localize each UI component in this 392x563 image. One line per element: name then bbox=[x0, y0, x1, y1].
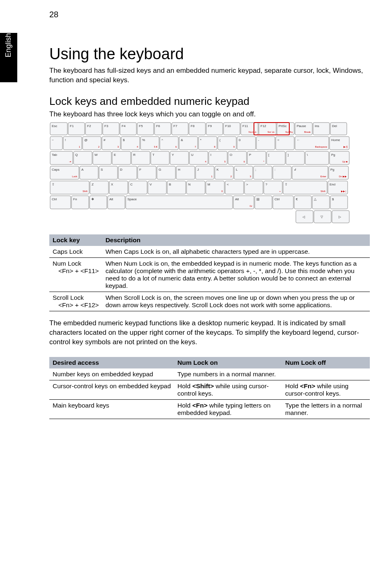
svg-rect-108 bbox=[286, 151, 304, 164]
svg-text:Del: Del bbox=[332, 124, 337, 128]
svg-text:▽: ▽ bbox=[321, 215, 323, 219]
access-th-1: Num Lock on bbox=[174, 357, 282, 368]
svg-text:Gr: Gr bbox=[249, 205, 252, 207]
svg-text:O: O bbox=[230, 153, 232, 157]
access-col-2: Type the letters in a normal manner. bbox=[282, 399, 370, 419]
svg-text:=: = bbox=[277, 138, 279, 142]
svg-rect-139 bbox=[254, 166, 272, 179]
svg-text:#: # bbox=[104, 138, 106, 142]
svg-text:Pause: Pause bbox=[297, 124, 306, 128]
lock-desc-cell: When Num Lock is on, the embedded keypad… bbox=[102, 257, 370, 292]
svg-text:Fn: Fn bbox=[73, 197, 77, 201]
svg-text:^: ^ bbox=[161, 138, 163, 142]
svg-text:X: X bbox=[111, 183, 113, 186]
svg-text:F7: F7 bbox=[173, 124, 178, 128]
svg-text:(: ( bbox=[219, 138, 221, 142]
svg-text:V: V bbox=[150, 183, 152, 186]
svg-text:Lock: Lock bbox=[72, 175, 78, 178]
page-number: 28 bbox=[49, 10, 58, 19]
svg-text:C: C bbox=[130, 183, 133, 186]
svg-text:NumLk: NumLk bbox=[249, 131, 257, 133]
access-col-0: Cursor-control keys on embedded keypad bbox=[49, 380, 174, 399]
svg-text:<: < bbox=[227, 183, 229, 186]
svg-text:Pg: Pg bbox=[331, 153, 335, 157]
svg-text:!: ! bbox=[65, 138, 66, 142]
svg-text:E: E bbox=[114, 153, 116, 157]
lock-desc-cell: When Scroll Lock is on, the screen moves… bbox=[102, 292, 370, 311]
svg-text:⇥: ⇥ bbox=[69, 160, 71, 163]
svg-text:←: ← bbox=[297, 138, 300, 142]
lock-key-cell: Num Lock<Fn> + <F11> bbox=[49, 257, 102, 292]
svg-text:€: € bbox=[296, 197, 298, 201]
svg-text:Dn ▶▶: Dn ▶▶ bbox=[339, 175, 347, 178]
svg-text:B: B bbox=[169, 183, 171, 186]
svg-text:F2: F2 bbox=[87, 124, 91, 128]
svg-text:Space: Space bbox=[127, 197, 137, 201]
svg-text::: : bbox=[274, 168, 275, 171]
svg-text:Q: Q bbox=[75, 153, 78, 157]
svg-text:Alt: Alt bbox=[235, 197, 239, 201]
lock-key-cell: Caps Lock bbox=[49, 246, 102, 258]
svg-text:F12: F12 bbox=[261, 124, 266, 128]
svg-text:N: N bbox=[188, 183, 191, 186]
svg-text:-: - bbox=[258, 138, 259, 142]
language-tab-label: English bbox=[4, 21, 13, 70]
page-title: Using the keyboard bbox=[49, 45, 367, 63]
svg-text:W: W bbox=[95, 153, 98, 157]
access-col-1: Hold <Shift> while using cursor-control … bbox=[174, 380, 282, 399]
svg-text:▶/∥: ▶/∥ bbox=[344, 146, 348, 148]
svg-rect-141 bbox=[273, 166, 291, 179]
svg-rect-188 bbox=[126, 196, 233, 209]
svg-text:↲: ↲ bbox=[294, 168, 297, 171]
access-col-2: Hold <Fn> while using cursor-control key… bbox=[282, 380, 370, 399]
svg-text:?: ? bbox=[265, 183, 267, 186]
access-th-2: Num Lock off bbox=[282, 357, 370, 368]
svg-text:K: K bbox=[217, 168, 219, 171]
svg-text:△: △ bbox=[314, 197, 317, 201]
svg-text:*: * bbox=[200, 138, 201, 142]
svg-text:◁: ◁ bbox=[302, 215, 305, 219]
svg-text:D: D bbox=[120, 168, 122, 171]
svg-text:⇧: ⇧ bbox=[52, 183, 55, 186]
svg-text:F4: F4 bbox=[122, 124, 126, 128]
svg-text:F11: F11 bbox=[242, 124, 248, 128]
svg-text:0: 0 bbox=[239, 138, 241, 142]
access-col-2 bbox=[282, 368, 370, 380]
svg-text:>: > bbox=[246, 183, 248, 186]
svg-text:F5: F5 bbox=[139, 124, 143, 128]
svg-text:⇧: ⇧ bbox=[285, 183, 288, 186]
svg-text:L: L bbox=[236, 168, 238, 171]
svg-rect-110 bbox=[305, 151, 329, 164]
svg-text:Ins: Ins bbox=[315, 124, 319, 128]
keyboard-diagram: .k{fill:#f4f5f7;stroke:#888;stroke-width… bbox=[49, 122, 370, 229]
svg-rect-69 bbox=[256, 137, 275, 150]
svg-text:Tab: Tab bbox=[52, 153, 57, 157]
svg-rect-106 bbox=[267, 151, 285, 164]
svg-text:Alt: Alt bbox=[109, 197, 113, 201]
svg-text:▶▶|: ▶▶| bbox=[341, 190, 346, 192]
svg-text:Home: Home bbox=[331, 138, 340, 142]
svg-text:$: $ bbox=[332, 197, 334, 201]
svg-text:F8: F8 bbox=[191, 124, 195, 128]
svg-text:~: ~ bbox=[52, 138, 54, 142]
svg-text:Ctrl: Ctrl bbox=[274, 197, 280, 201]
svg-text:S: S bbox=[101, 168, 103, 171]
access-col-0: Number keys on embedded keypad bbox=[49, 368, 174, 380]
svg-text:;: ; bbox=[255, 168, 256, 171]
svg-text:Scr Lk: Scr Lk bbox=[267, 131, 275, 133]
svg-text:Z: Z bbox=[92, 183, 94, 186]
svg-text:$: $ bbox=[123, 138, 125, 142]
svg-text:%: % bbox=[142, 138, 145, 142]
svg-text:M: M bbox=[208, 183, 210, 186]
svg-text:Esc: Esc bbox=[52, 124, 57, 128]
intro-text: The keyboard has full-sized keys and an … bbox=[49, 66, 367, 85]
svg-text:Break: Break bbox=[304, 131, 311, 133]
svg-text:F3: F3 bbox=[104, 124, 108, 128]
svg-text:G: G bbox=[159, 168, 161, 171]
svg-text:J: J bbox=[197, 168, 199, 171]
svg-text:5 €: 5 € bbox=[154, 146, 158, 148]
svg-text:A: A bbox=[81, 168, 84, 171]
svg-text:Backspace: Backspace bbox=[315, 146, 327, 148]
svg-text:End: End bbox=[330, 183, 335, 186]
svg-text:F10: F10 bbox=[225, 124, 231, 128]
